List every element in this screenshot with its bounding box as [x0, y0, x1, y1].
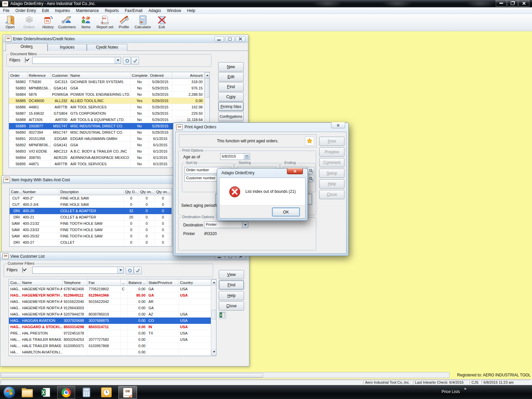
tray-chevrons[interactable]: »: [464, 386, 466, 391]
tray-app-label[interactable]: Price Lists: [442, 389, 460, 394]
destination-combobox[interactable]: Printer: [204, 221, 248, 228]
filter-edit-button[interactable]: [131, 57, 139, 65]
customer-row[interactable]: HAG...HAGGARD & STOCKI...850331429885033…: [9, 324, 211, 330]
start-button[interactable]: [3, 386, 16, 398]
scroll-up-icon[interactable]: [205, 72, 210, 78]
chevron-down-icon[interactable]: [242, 222, 248, 228]
toolbar-items[interactable]: Items: [76, 15, 95, 29]
col-qty-on-2[interactable]: Qty on...: [155, 189, 171, 195]
order-row[interactable]: 56882T75830GIC313GICHNER SHELTER SYSTEMS…: [9, 79, 204, 85]
col-country[interactable]: Country: [179, 279, 211, 286]
taskbar-outlook[interactable]: [98, 386, 114, 398]
customer-row[interactable]: HAG...HAGEMEYER NORTH A...52079442788039…: [9, 311, 211, 318]
toolbar-customers[interactable]: Customers: [58, 15, 76, 29]
item-row[interactable]: DRI400-21COLLET & ADAPTER2000: [10, 214, 171, 220]
order-row[interactable]: 56883MPNBB156...GSA141GSANo5/29/2015976.…: [9, 85, 204, 91]
taskbar-explorer[interactable]: [19, 386, 35, 398]
orders-close-button[interactable]: [236, 36, 245, 42]
item-row[interactable]: DRI400-20COLLET & ADAPTER3200: [10, 208, 171, 214]
toolbar-open[interactable]: Open: [1, 15, 20, 29]
col-qty-on-1[interactable]: Qty on...: [139, 189, 155, 195]
col-amount[interactable]: Amount: [172, 72, 204, 79]
tab-orders[interactable]: Orders: [6, 43, 48, 51]
col-description[interactable]: Description: [59, 189, 124, 195]
col-number[interactable]: Number: [21, 189, 59, 195]
copy-button[interactable]: Copy: [218, 92, 244, 101]
col-ordered[interactable]: Ordered: [149, 72, 172, 79]
close-button[interactable]: [518, 0, 529, 7]
customer-row[interactable]: HA...HAMILTON AVIATION,I...0.00: [9, 349, 211, 355]
orders-maximize-button[interactable]: [225, 36, 235, 42]
scroll-down-icon[interactable]: [211, 350, 216, 355]
orders-minimize-button[interactable]: [214, 36, 224, 42]
menu-item-maintenance[interactable]: Maintenance: [73, 8, 102, 14]
customer-row[interactable]: HAL...HALE TRAILER BRAKE ...800325425320…: [9, 336, 211, 343]
toolbar-profile[interactable]: Profile: [114, 15, 133, 29]
item-row[interactable]: SAW400-21/32FINE TOOTH HOLE SAW000: [10, 220, 171, 227]
col-reference[interactable]: Reference: [27, 72, 51, 79]
scrollbar-thumb[interactable]: [1, 373, 263, 378]
restore-button[interactable]: [507, 0, 518, 7]
menu-item-adagio[interactable]: Adagio: [146, 8, 164, 14]
customer-filters-checkbox[interactable]: [22, 267, 23, 273]
taskbar-calculator[interactable]: [78, 386, 94, 398]
menu-item-file[interactable]: File: [0, 8, 12, 14]
customer-row[interactable]: HAG...HAGEMEYER NORTH A...67874624007705…: [9, 286, 211, 292]
menu-item-window[interactable]: Window: [164, 8, 184, 14]
tab-credit-notes[interactable]: Credit Notes: [87, 44, 127, 51]
col-state-province[interactable]: State/Province: [147, 279, 179, 286]
item-row[interactable]: SAW400-23/32FINE TOOTH HOLE SAW000: [10, 227, 171, 233]
col-name[interactable]: Name: [69, 72, 130, 79]
error-close-button[interactable]: [287, 168, 303, 174]
calendar-icon[interactable]: [244, 154, 250, 160]
col-cus[interactable]: Cus...: [9, 279, 21, 286]
toolbar-calculator[interactable]: Calculator: [133, 15, 152, 29]
menu-item-fax-email[interactable]: Fax/Email: [122, 8, 145, 14]
taskbar-adagio-oe[interactable]: oe: [118, 386, 137, 399]
col-qty-o[interactable]: Qty O...: [124, 189, 139, 195]
document-filter-combobox[interactable]: [32, 57, 121, 64]
menu-item-edit[interactable]: Edit: [39, 8, 52, 14]
item-row[interactable]: DRI400-27COLLET000: [10, 239, 171, 246]
favorite-star-button[interactable]: [305, 136, 314, 146]
customer-row[interactable]: HAG...HAGEMEYER NORTH A...91296430030.00…: [9, 305, 211, 311]
customer-table-scrollbar[interactable]: [211, 279, 216, 356]
customer-close-list-button[interactable]: Close: [219, 301, 244, 311]
ok-button[interactable]: OK: [272, 207, 300, 216]
col-complete[interactable]: Complete: [130, 72, 149, 79]
chevron-down-icon[interactable]: [117, 267, 123, 273]
taskbar-excel[interactable]: [38, 386, 53, 398]
chevron-down-icon[interactable]: [115, 57, 121, 64]
order-row[interactable]: 56888AIT1505AIRT00AIR TOOLS & EQUIPMENT …: [9, 117, 204, 123]
minimize-button[interactable]: [496, 0, 507, 7]
filter-refresh-button[interactable]: [123, 57, 131, 65]
customer-filter-combobox[interactable]: [32, 267, 124, 274]
ending-search-button-2[interactable]: [308, 175, 314, 182]
confirmations-button[interactable]: Confirmations: [218, 112, 244, 121]
menu-item-help[interactable]: Help: [184, 8, 199, 14]
mdi-horizontal-scrollbar[interactable]: [0, 372, 450, 378]
col-fax[interactable]: Fax: [87, 279, 120, 286]
menu-item-order-entry[interactable]: Order Entry: [12, 8, 39, 14]
age-as-of-field[interactable]: 6/8/2015: [220, 153, 250, 160]
customer-filter-edit-button[interactable]: [134, 267, 142, 274]
col-name[interactable]: Name: [21, 279, 62, 286]
picking-slips-button[interactable]: Picking Slips: [218, 102, 244, 111]
customer-row[interactable]: HAG...HAGEMEYER NORTH A...50156220405015…: [9, 299, 211, 305]
col-category[interactable]: Cate...: [10, 189, 21, 195]
taskbar-chrome[interactable]: [57, 386, 75, 399]
col-customer[interactable]: Customer: [51, 72, 69, 79]
edit-button[interactable]: Edit: [218, 72, 244, 81]
find-button[interactable]: Find: [218, 82, 244, 91]
customer-filter-refresh-button[interactable]: [126, 267, 134, 274]
customer-find-button[interactable]: Find: [219, 280, 244, 290]
col-dots[interactable]: ...: [120, 279, 127, 286]
col-balance[interactable]: Balance ...: [127, 279, 147, 286]
print-dialog-close-button[interactable]: [331, 122, 345, 128]
new-button[interactable]: New: [218, 62, 244, 71]
order-row[interactable]: 56885DC49600ALL232ALLIED TOOLS,INCYes5/2…: [9, 98, 204, 104]
tab-invoices[interactable]: Invoices: [48, 44, 87, 51]
item-row[interactable]: CUT400-2"FINE HOLE SAW000: [10, 195, 171, 201]
order-row[interactable]: 5688644861AIR7TBAIR TOOL SERVICESNo5/29/…: [9, 104, 204, 110]
scroll-up-icon[interactable]: [211, 280, 216, 285]
